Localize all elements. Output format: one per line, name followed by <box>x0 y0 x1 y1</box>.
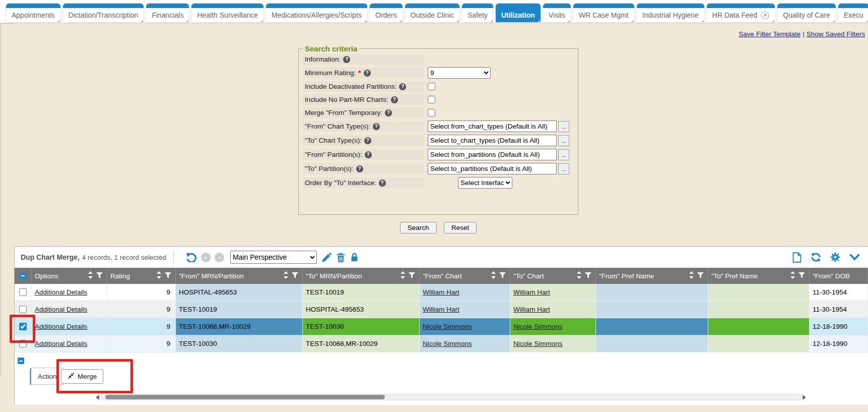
help-icon[interactable]: ? <box>364 70 371 77</box>
column-header-from-mrn-partition[interactable]: "From" MRN/Partition <box>176 268 303 284</box>
row-checkbox[interactable] <box>19 323 27 330</box>
scrollbar-track[interactable] <box>101 394 801 400</box>
filter-icon[interactable] <box>499 272 506 280</box>
scroll-left-arrow[interactable] <box>96 395 99 400</box>
to-chart-link[interactable]: William Hart <box>513 306 550 313</box>
to-partitions-picker-button[interactable]: ... <box>558 163 569 174</box>
filter-icon[interactable] <box>798 272 805 280</box>
row-checkbox[interactable] <box>19 306 27 313</box>
to-chart-link[interactable]: Nicole Simmons <box>513 340 563 347</box>
tab-orders[interactable]: Orders <box>370 4 403 22</box>
help-icon[interactable]: ? <box>379 180 386 187</box>
merge-from-temporary-checkbox[interactable] <box>428 109 435 116</box>
minimum-rating-select[interactable]: 9 <box>428 67 491 79</box>
tab-appointments[interactable]: Appointments <box>6 4 60 22</box>
column-header-to-pref-name[interactable]: "To" Pref Name <box>708 268 810 284</box>
help-icon[interactable]: ? <box>343 56 350 63</box>
help-icon[interactable]: ? <box>364 137 371 144</box>
to-chart-link[interactable]: Nicole Simmons <box>513 323 563 330</box>
from-chart-types-picker-button[interactable]: ... <box>558 121 569 132</box>
from-partitions-input[interactable] <box>428 149 557 160</box>
include-no-part-mr-charts-checkbox[interactable] <box>428 96 435 103</box>
help-icon[interactable]: ? <box>391 96 398 103</box>
column-header-from-chart[interactable]: "From" Chart <box>420 268 510 284</box>
sort-icon[interactable] <box>400 271 405 280</box>
collapse-all-icon[interactable] <box>20 273 26 279</box>
help-icon[interactable]: ? <box>365 151 372 158</box>
help-icon[interactable]: ? <box>385 109 392 116</box>
sort-icon[interactable] <box>790 271 795 280</box>
tab-hr-data-feed[interactable]: HR Data Feed <box>707 4 775 22</box>
filter-icon[interactable] <box>292 272 298 280</box>
to-partitions-input[interactable] <box>428 163 557 174</box>
order-by-interface-select[interactable]: Select Interface <box>458 177 512 189</box>
tab-dictation-transcription[interactable]: Dictation/Transcription <box>63 4 144 22</box>
tab-industrial-hygiene[interactable]: Industrial Hygiene <box>637 4 704 22</box>
additional-details-link[interactable]: Additional Details <box>35 323 87 330</box>
column-header-options[interactable]: Options <box>32 268 107 284</box>
tab-safety[interactable]: Safety <box>462 4 493 22</box>
tab-visits[interactable]: Visits <box>543 4 571 22</box>
help-icon[interactable]: ? <box>373 123 380 130</box>
delete-trash-icon[interactable] <box>337 253 345 262</box>
include-deactivated-partitions-checkbox[interactable] <box>428 83 435 90</box>
collapse-group-icon[interactable] <box>18 358 24 364</box>
help-icon[interactable]: ? <box>399 83 406 90</box>
sort-icon[interactable] <box>284 271 288 280</box>
tab-outside-clinic[interactable]: Outside Clinic <box>405 4 459 22</box>
filter-icon[interactable] <box>165 272 171 280</box>
previous-icon[interactable]: ‹ <box>201 253 211 262</box>
help-icon[interactable]: ? <box>356 165 363 172</box>
column-header-from-pref-name[interactable]: "From" Pref Name <box>596 268 708 284</box>
from-chart-link[interactable]: Nicole Simmons <box>423 323 472 330</box>
sort-icon[interactable] <box>88 271 93 280</box>
from-chart-link[interactable]: Nicole Simmons <box>423 340 472 347</box>
row-checkbox[interactable] <box>19 340 27 347</box>
sort-icon[interactable] <box>491 271 496 280</box>
sort-icon[interactable] <box>689 271 694 280</box>
filter-icon[interactable] <box>96 272 103 280</box>
from-partitions-picker-button[interactable]: ... <box>558 149 569 160</box>
reset-button[interactable]: Reset <box>444 222 477 233</box>
filter-icon[interactable] <box>585 272 591 280</box>
column-header-from-dob[interactable]: "From" DOB <box>810 268 868 284</box>
additional-details-link[interactable]: Additional Details <box>35 340 87 347</box>
settings-gear-icon[interactable] <box>830 252 840 262</box>
to-chart-types-picker-button[interactable]: ... <box>558 135 569 146</box>
new-document-icon[interactable] <box>792 252 802 263</box>
tab-health-surveillance[interactable]: Health Surveillance <box>191 4 263 22</box>
merge-button[interactable]: Merge <box>61 369 103 384</box>
row-checkbox[interactable] <box>19 288 27 296</box>
edit-pencil-icon[interactable] <box>322 253 331 262</box>
lock-icon[interactable] <box>350 253 359 262</box>
tab-utilization[interactable]: Utilization <box>496 4 541 22</box>
additional-details-link[interactable]: Additional Details <box>35 306 87 313</box>
to-chart-types-input[interactable] <box>428 135 557 146</box>
tab-wr-case-mgmt[interactable]: WR Case Mgmt <box>573 4 634 22</box>
search-button[interactable]: Search <box>400 222 437 233</box>
scrollbar-thumb[interactable] <box>105 395 385 399</box>
next-icon[interactable]: › <box>215 253 224 262</box>
tab-execu[interactable]: Execu <box>838 4 868 22</box>
column-header-rating[interactable]: Rating <box>107 268 176 284</box>
from-chart-types-input[interactable] <box>428 121 557 132</box>
column-header-to-mrn-partition[interactable]: "To" MRN/Partition <box>303 268 420 284</box>
filter-icon[interactable] <box>697 272 704 280</box>
save-filter-template-link[interactable]: Save Filter Template <box>739 30 800 38</box>
perspective-select[interactable]: Main Perspective <box>230 251 317 264</box>
sort-icon[interactable] <box>157 271 161 280</box>
refresh-icon[interactable] <box>811 253 821 262</box>
action-tab[interactable]: Action <box>30 368 64 385</box>
column-header-to-chart[interactable]: "To" Chart <box>510 268 596 284</box>
from-chart-link[interactable]: William Hart <box>423 288 459 296</box>
show-saved-filters-link[interactable]: Show Saved Filters <box>807 30 865 38</box>
sort-icon[interactable] <box>577 271 581 280</box>
scroll-right-arrow[interactable] <box>803 395 806 400</box>
tab-medications-allergies-scripts[interactable]: Medications/Allergies/Scripts <box>266 4 367 22</box>
tab-quality-of-care[interactable]: Quality of Care <box>777 4 835 22</box>
tab-financials[interactable]: Financials <box>146 4 189 22</box>
collapse-chevron-down-icon[interactable] <box>849 254 860 261</box>
additional-details-link[interactable]: Additional Details <box>35 288 87 296</box>
to-chart-link[interactable]: William Hart <box>513 288 550 296</box>
undo-icon[interactable] <box>186 252 197 262</box>
